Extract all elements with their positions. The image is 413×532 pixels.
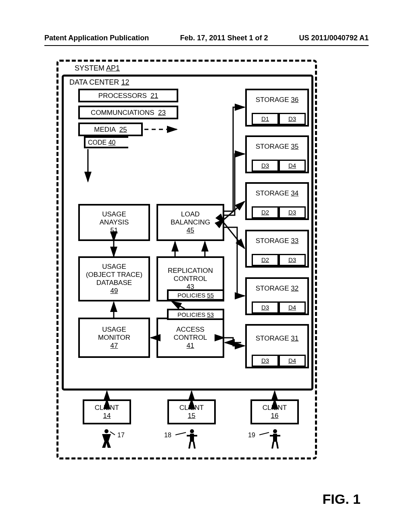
usage-analysis-box: USAGE ANAYSIS 51: [78, 204, 150, 241]
svg-line-24: [175, 432, 186, 435]
svg-line-22: [277, 442, 278, 449]
usage-database-box: USAGE (OBJECT TRACE) DATABASE 49: [78, 256, 150, 301]
person-17-icon: [100, 428, 113, 449]
processors-box: PROCESSORS 21: [78, 89, 178, 102]
system-label: SYSTEM AP1: [75, 64, 120, 73]
code-box: CODE 40: [84, 136, 128, 148]
access-control-box: ACCESS CONTROL 41: [156, 318, 224, 358]
data-center-label: DATA CENTER 12: [69, 78, 129, 87]
storage-33-box: STORAGE 33 D2D3: [245, 230, 309, 268]
svg-line-6: [172, 301, 185, 309]
svg-line-17: [194, 442, 195, 449]
client-15-box: CLIENT 15: [167, 399, 216, 424]
person-19-icon: [268, 428, 282, 449]
client-14-box: CLIENT 14: [83, 399, 131, 424]
load-balancing-box: LOAD BALANCING 45: [156, 204, 224, 241]
svg-point-12: [104, 429, 108, 433]
person-18-label: 18: [164, 432, 171, 439]
header-left: Patent Application Publication: [44, 34, 149, 42]
policies-53-box: POLICIES 53: [167, 309, 224, 320]
svg-line-16: [189, 442, 190, 449]
storage-32-box: STORAGE 32 D3D4: [245, 277, 309, 315]
person-18-icon: [185, 428, 199, 449]
storage-31-box: STORAGE 31 D3D4: [245, 324, 309, 368]
person-19-label: 19: [248, 432, 255, 439]
system-box: SYSTEM AP1 DATA CENTER 12 PROCESSORS 21 …: [56, 60, 317, 459]
svg-point-13: [190, 429, 194, 433]
page: Patent Application Publication Feb. 17, …: [0, 0, 413, 532]
figure-label: FIG. 1: [323, 491, 361, 507]
svg-line-25: [259, 432, 269, 435]
storage-36-box: STORAGE 36 D1D3: [245, 89, 309, 127]
storage-34-box: STORAGE 34 D2D3: [245, 182, 309, 220]
page-header: Patent Application Publication Feb. 17, …: [44, 34, 369, 42]
header-center: Feb. 17, 2011 Sheet 1 of 2: [180, 34, 268, 42]
policies-55-box: POLICIES 55: [167, 289, 224, 301]
svg-line-21: [272, 442, 273, 449]
usage-monitor-box: USAGE MONITOR 47: [78, 318, 150, 358]
media-box: MEDIA 25: [78, 123, 143, 136]
storage-35-box: STORAGE 35 D3D4: [245, 135, 309, 173]
data-center-box: DATA CENTER 12 PROCESSORS 21 COMMUNCIATI…: [62, 75, 313, 391]
person-17-label: 17: [117, 432, 125, 439]
header-rule: [44, 45, 369, 46]
header-right: US 2011/0040792 A1: [299, 34, 369, 42]
svg-point-18: [273, 429, 277, 433]
client-16-box: CLIENT 16: [250, 399, 299, 424]
communications-box: COMMUNCIATIONS 23: [78, 106, 178, 119]
